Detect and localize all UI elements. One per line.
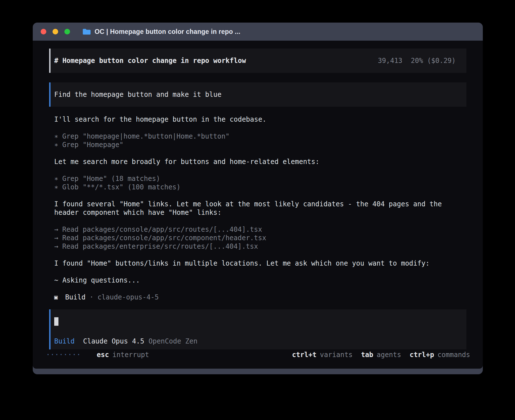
assistant-message: I'll search for the homepage button in t… bbox=[54, 115, 455, 124]
tool-call: →Read packages/console/app/src/routes/[.… bbox=[54, 225, 466, 234]
zoom-button[interactable] bbox=[64, 29, 70, 34]
tool-call: →Read packages/console/app/src/component… bbox=[54, 234, 466, 242]
terminal-body: # Homepage button color change in repo w… bbox=[33, 41, 483, 369]
separator-dot: · bbox=[90, 293, 93, 301]
prompt-input[interactable]: Build Claude Opus 4.5 OpenCode Zen bbox=[49, 309, 466, 349]
shortcut-key: ctrl+p bbox=[410, 351, 434, 359]
esc-key-hint: esc bbox=[97, 351, 109, 359]
grep-tool-icon: ∗ bbox=[54, 141, 58, 149]
status-bar-right: ctrl+t variants tab agents ctrl+p comman… bbox=[292, 351, 470, 359]
tool-call: ∗Glob "**/*.tsx" (100 matches) bbox=[54, 183, 466, 191]
shortcut-label: variants bbox=[320, 351, 353, 359]
window-title: OC | Homepage button color change in rep… bbox=[95, 28, 240, 36]
model-label: Claude Opus 4.5 bbox=[83, 337, 144, 345]
tool-call: ∗Grep "Home" (18 matches) bbox=[54, 174, 466, 183]
session-header: # Homepage button color change in repo w… bbox=[49, 49, 466, 73]
close-button[interactable] bbox=[41, 29, 46, 34]
shortcut-label: commands bbox=[437, 351, 470, 359]
tool-call-text: Grep "Home" (18 matches) bbox=[62, 175, 160, 183]
shortcut-agents: tab agents bbox=[361, 351, 401, 359]
status-bar: ········ esc interrupt ctrl+t variants t… bbox=[46, 351, 470, 359]
shortcut-label: agents bbox=[377, 351, 401, 359]
tool-call-group: ∗Grep "Home" (18 matches) ∗Glob "**/*.ts… bbox=[54, 174, 466, 191]
shortcut-commands: ctrl+p commands bbox=[410, 351, 470, 359]
spinner-dots: ········ bbox=[46, 351, 81, 359]
glob-tool-icon: ∗ bbox=[54, 183, 58, 191]
grep-tool-icon: ∗ bbox=[54, 175, 58, 183]
esc-key-label: interrupt bbox=[112, 351, 149, 359]
text-cursor bbox=[54, 317, 58, 326]
shortcut-variants: ctrl+t variants bbox=[292, 351, 352, 359]
terminal-window: OC | Homepage button color change in rep… bbox=[33, 23, 483, 374]
assistant-message: I found "Home" buttons/links in multiple… bbox=[54, 259, 455, 268]
folder-icon bbox=[82, 28, 91, 35]
pending-tool-status: ~ Asking questions... bbox=[54, 276, 455, 285]
status-bar-left: ········ esc interrupt bbox=[46, 351, 149, 359]
context-usage: 20% ($0.29) bbox=[411, 56, 456, 65]
read-arrow-icon: → bbox=[54, 234, 58, 242]
tool-call-text: Read packages/console/app/src/component/… bbox=[62, 234, 266, 242]
tool-call-group: →Read packages/console/app/src/routes/[.… bbox=[54, 225, 466, 251]
agent-icon: ▣ bbox=[54, 293, 58, 301]
user-message-text: Find the homepage button and make it blu… bbox=[54, 91, 221, 99]
session-title: # Homepage button color change in repo w… bbox=[54, 56, 246, 65]
token-count: 39,413 bbox=[378, 56, 402, 65]
agent-status-line: ▣ Build · claude-opus-4-5 bbox=[54, 293, 466, 301]
traffic-lights bbox=[33, 29, 70, 34]
tool-call-text: Glob "**/*.tsx" (100 matches) bbox=[62, 183, 180, 191]
tool-call-group: ∗Grep "homepage|home.*button|Home.*butto… bbox=[54, 132, 466, 149]
tool-call-text: Grep "homepage|home.*button|Home.*button… bbox=[62, 132, 229, 140]
tool-call: ∗Grep "homepage|home.*button|Home.*butto… bbox=[54, 132, 466, 141]
input-line[interactable] bbox=[54, 317, 458, 326]
shortcut-key: ctrl+t bbox=[292, 351, 317, 359]
tool-call: ∗Grep "Homepage" bbox=[54, 141, 466, 149]
tool-call-text: Read packages/enterprise/src/routes/[...… bbox=[62, 242, 258, 250]
session-content: # Homepage button color change in repo w… bbox=[33, 41, 483, 369]
agent-model: claude-opus-4-5 bbox=[97, 293, 159, 301]
tool-call-text: Grep "Homepage" bbox=[62, 141, 123, 149]
provider-label: OpenCode Zen bbox=[149, 337, 197, 345]
user-message: Find the homepage button and make it blu… bbox=[49, 82, 466, 107]
tool-call: →Read packages/enterprise/src/routes/[..… bbox=[54, 242, 466, 251]
shortcut-key: tab bbox=[361, 351, 373, 359]
read-arrow-icon: → bbox=[54, 226, 58, 233]
input-status-row: Build Claude Opus 4.5 OpenCode Zen bbox=[54, 337, 458, 345]
read-arrow-icon: → bbox=[54, 242, 58, 250]
session-meta: 39,413 20% ($0.29) bbox=[378, 56, 458, 65]
minimize-button[interactable] bbox=[53, 29, 58, 34]
agent-name: Build bbox=[65, 293, 86, 301]
assistant-message: Let me search more broadly for buttons a… bbox=[54, 158, 455, 166]
titlebar[interactable]: OC | Homepage button color change in rep… bbox=[33, 23, 483, 41]
tool-call-text: Read packages/console/app/src/routes/[..… bbox=[62, 226, 262, 233]
assistant-message: I found several "Home" links. Let me loo… bbox=[54, 200, 455, 217]
agent-mode-label: Build bbox=[54, 337, 75, 345]
grep-tool-icon: ∗ bbox=[54, 132, 58, 140]
window-title-group: OC | Homepage button color change in rep… bbox=[82, 28, 240, 36]
assistant-transcript: I'll search for the homepage button in t… bbox=[54, 115, 466, 301]
